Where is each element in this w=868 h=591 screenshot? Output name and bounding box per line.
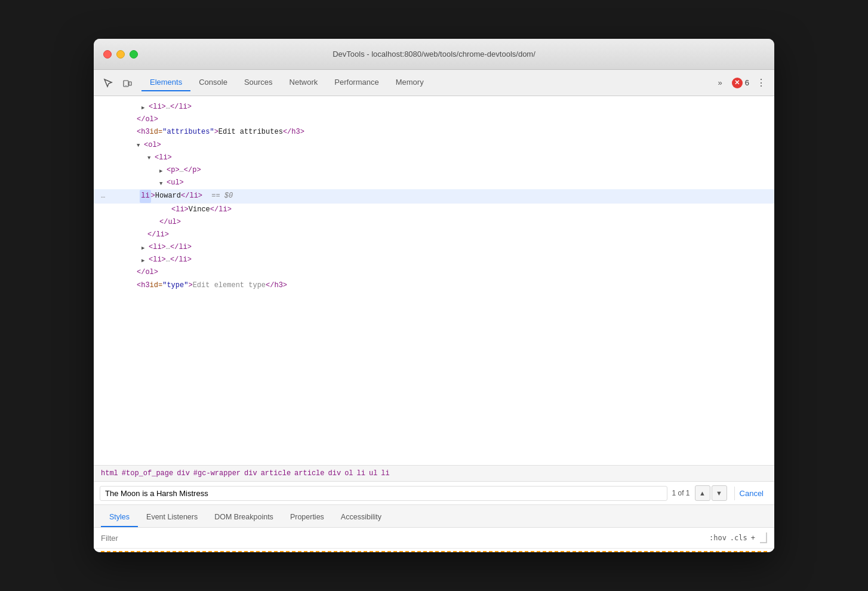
breadcrumb-article1[interactable]: article (261, 469, 291, 478)
breadcrumb-div2[interactable]: div (244, 469, 257, 478)
breadcrumb-gc-wrapper[interactable]: #gc-wrapper (193, 469, 241, 478)
search-prev-button[interactable]: ▲ (695, 485, 710, 501)
tab-event-listeners[interactable]: Event Listeners (138, 508, 206, 527)
collapse-triangle[interactable]: ▼ (147, 154, 155, 161)
hov-button[interactable]: :hov (709, 534, 727, 542)
dom-line[interactable]: <h3 id="type">Edit element type</h3> (94, 279, 774, 292)
menu-icon[interactable]: ⋮ (754, 75, 768, 91)
dom-line[interactable]: <li>Vince</li> (94, 204, 774, 216)
filter-bar: :hov .cls + (94, 528, 774, 549)
expand-triangle[interactable]: ▶ (141, 257, 149, 264)
dom-line[interactable]: ▼ <ol> (94, 139, 774, 152)
dom-line[interactable]: ▼ <ul> (94, 177, 774, 189)
breadcrumb-bar: html #top_of_page div #gc-wrapper div ar… (94, 465, 774, 481)
main-tabs: Elements Console Sources Network Perform… (141, 74, 432, 91)
tab-styles[interactable]: Styles (101, 508, 138, 527)
dom-line[interactable]: ▶ <li>…</li> (94, 241, 774, 254)
dom-line[interactable]: </ol> (94, 113, 774, 126)
tab-network[interactable]: Network (281, 74, 327, 91)
maximize-button[interactable] (130, 50, 138, 59)
devtools-window: DevTools - localhost:8080/web/tools/chro… (94, 39, 774, 552)
tab-elements[interactable]: Elements (141, 74, 190, 91)
tag-close: </ol> (137, 114, 158, 125)
tab-properties[interactable]: Properties (282, 508, 333, 527)
filter-input[interactable] (101, 534, 704, 543)
cls-button[interactable]: .cls (730, 534, 747, 542)
bottom-tabs: Styles Event Listeners DOM Breakpoints P… (94, 505, 774, 528)
tab-sources[interactable]: Sources (236, 74, 281, 91)
breadcrumb-top[interactable]: #top_of_page (122, 469, 173, 478)
toolbar: Elements Console Sources Network Perform… (94, 70, 774, 96)
search-bar: 1 of 1 ▲ ▼ Cancel (94, 481, 774, 505)
window-title: DevTools - localhost:8080/web/tools/chro… (333, 50, 535, 59)
error-count: 6 (745, 78, 749, 87)
tab-console[interactable]: Console (190, 74, 236, 91)
tab-performance[interactable]: Performance (326, 74, 387, 91)
breadcrumb-div1[interactable]: div (177, 469, 190, 478)
search-input[interactable] (100, 486, 667, 501)
search-next-button[interactable]: ▼ (712, 485, 727, 501)
tab-accessibility[interactable]: Accessibility (333, 508, 390, 527)
error-icon: ✕ (732, 78, 743, 88)
dashed-border-indicator (101, 551, 767, 552)
title-bar: DevTools - localhost:8080/web/tools/chro… (94, 39, 774, 70)
dom-line[interactable]: </ol> (94, 266, 774, 279)
traffic-lights (103, 50, 138, 59)
dom-panel[interactable]: ▶ <li>…</li> </ol> <h3 id="attributes">E… (94, 96, 774, 465)
cancel-button[interactable]: Cancel (734, 487, 768, 500)
search-nav-group: ▲ ▼ (695, 485, 727, 501)
tab-memory[interactable]: Memory (387, 74, 432, 91)
collapse-triangle[interactable]: ▼ (137, 141, 144, 149)
breadcrumb-html[interactable]: html (101, 469, 118, 478)
inspect-element-button[interactable] (100, 75, 116, 91)
search-count: 1 of 1 (672, 489, 690, 497)
dom-line-selected[interactable]: … li>Howard</li> == $0 (94, 189, 774, 203)
breadcrumb-div3[interactable]: div (328, 469, 341, 478)
dots-indicator: … (94, 190, 105, 202)
svg-point-2 (125, 85, 126, 85)
toolbar-right: » ✕ 6 ⋮ (713, 75, 768, 91)
dom-line[interactable]: </ul> (94, 216, 774, 229)
breadcrumb-li2[interactable]: li (381, 469, 389, 478)
dom-line[interactable]: </li> (94, 229, 774, 241)
expand-triangle[interactable]: ▶ (141, 244, 149, 251)
breadcrumb-article2[interactable]: article (294, 469, 324, 478)
dom-line[interactable]: ▶ <li>…</li> (94, 101, 774, 113)
dom-line[interactable]: ▶ <p>…</p> (94, 164, 774, 177)
close-button[interactable] (103, 50, 112, 59)
dom-line[interactable]: <h3 id="attributes">Edit attributes</h3> (94, 126, 774, 138)
expand-triangle[interactable]: ▶ (159, 167, 167, 174)
breadcrumb-ol[interactable]: ol (344, 469, 353, 478)
tab-dom-breakpoints[interactable]: DOM Breakpoints (206, 508, 282, 527)
main-content: ▶ <li>…</li> </ol> <h3 id="attributes">E… (94, 96, 774, 552)
tag-open: <li> (149, 101, 166, 113)
dom-line[interactable]: ▼ <li> (94, 152, 774, 164)
resize-handle (760, 532, 767, 543)
breadcrumb-ul[interactable]: ul (369, 469, 377, 478)
dom-line[interactable]: ▶ <li>…</li> (94, 254, 774, 266)
expand-triangle[interactable]: ▶ (141, 104, 149, 111)
device-mode-button[interactable] (119, 75, 136, 91)
svg-rect-1 (129, 82, 131, 85)
breadcrumb-li1[interactable]: li (357, 469, 365, 478)
collapse-triangle[interactable]: ▼ (159, 180, 167, 187)
minimize-button[interactable] (116, 50, 125, 59)
filter-actions: :hov .cls + (709, 534, 755, 542)
add-style-button[interactable]: + (751, 534, 755, 542)
more-tabs-button[interactable]: » (713, 76, 727, 90)
error-badge[interactable]: ✕ 6 (732, 78, 749, 88)
